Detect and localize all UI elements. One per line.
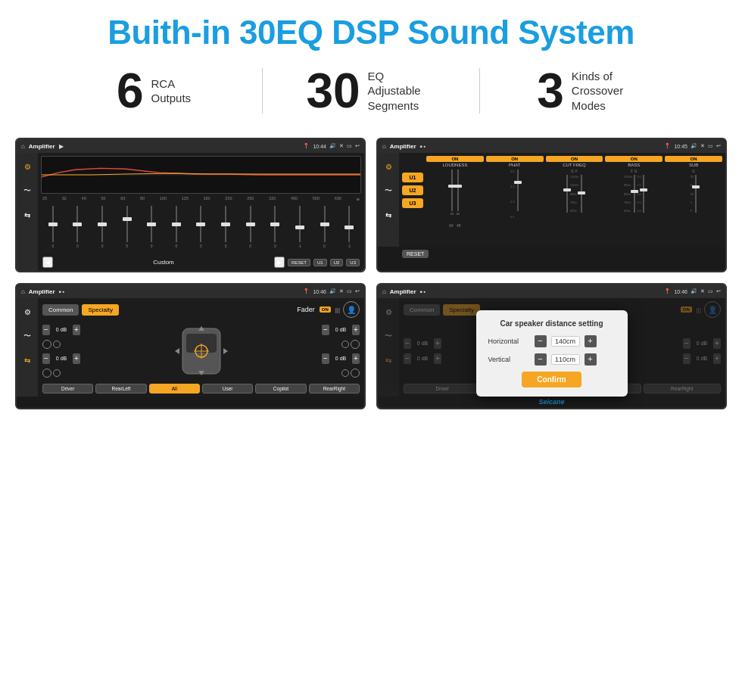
phat-on-btn[interactable]: ON	[486, 156, 544, 162]
speaker-fr	[351, 340, 360, 349]
phat-fader[interactable]	[517, 170, 519, 219]
eq-slider-9[interactable]: 0	[263, 204, 287, 254]
eq-u3-btn[interactable]: U3	[346, 259, 360, 266]
arrow-icon-2[interactable]: ⇆	[381, 207, 396, 222]
wave-icon-2[interactable]: 〜	[381, 183, 396, 198]
home-icon-3[interactable]: ⌂	[21, 288, 25, 295]
rl-minus[interactable]: −	[42, 353, 50, 364]
screen3-main: Common Specialty Fader ON ||| 👤 −	[38, 298, 364, 397]
fader-on-badge: ON	[320, 306, 331, 313]
wave-icon-3[interactable]: 〜	[20, 328, 35, 344]
fl-plus[interactable]: +	[73, 325, 80, 335]
cutfreq-on-btn[interactable]: ON	[546, 156, 603, 162]
location-icon-3: 📍	[303, 288, 310, 294]
fl-minus[interactable]: −	[42, 325, 50, 335]
horizontal-plus[interactable]: +	[585, 335, 597, 347]
loudness-on-btn[interactable]: ON	[426, 156, 484, 162]
home-icon[interactable]: ⌂	[21, 143, 25, 150]
eq-icon-2[interactable]: ⚙	[381, 159, 396, 174]
eq-slider-5[interactable]: 0	[164, 204, 189, 254]
eq-slider-7[interactable]: 0	[214, 204, 238, 254]
tab-specialty-3[interactable]: Specialty	[82, 304, 118, 316]
fr-plus[interactable]: +	[352, 325, 360, 335]
u2-btn[interactable]: U2	[402, 185, 423, 195]
fr-minus[interactable]: −	[322, 325, 329, 335]
sub-on-btn[interactable]: ON	[665, 156, 722, 162]
window-icon-3[interactable]: ▭	[347, 288, 352, 294]
close-icon-3[interactable]: ✕	[339, 288, 344, 294]
u3-btn[interactable]: U3	[402, 198, 423, 208]
eq-icon-3[interactable]: ⚙	[20, 304, 35, 319]
screen4-body: ⚙ 〜 ⇆ Common Specialty ON ||| 👤	[378, 298, 725, 408]
bass-fader-f[interactable]	[634, 175, 635, 224]
eq-slider-11[interactable]: 0	[313, 204, 337, 254]
stat-eq: 30 EQ AdjustableSegments	[263, 67, 479, 115]
screen3-status: 📍 10:46 🔊 ✕ ▭ ↩	[303, 288, 360, 294]
eq-slider-4[interactable]: 0	[139, 204, 164, 254]
phat-faders: 3.02.11.30.5	[510, 170, 519, 222]
close-icon-2[interactable]: ✕	[700, 143, 705, 149]
home-icon-4[interactable]: ⌂	[382, 288, 386, 295]
close-icon[interactable]: ✕	[339, 143, 344, 149]
eq-icon[interactable]: ⚙	[20, 159, 35, 174]
vertical-minus[interactable]: −	[535, 353, 547, 366]
eq-slider-0[interactable]: 0	[41, 204, 65, 254]
back-icon-4[interactable]: ↩	[716, 288, 721, 294]
tab-common-3[interactable]: Common	[42, 304, 79, 316]
mixer-reset-btn[interactable]: RESET	[402, 250, 429, 258]
cutfreq-fader-f[interactable]	[581, 175, 582, 224]
profile-icon-3[interactable]: 👤	[343, 301, 360, 318]
eq-slider-1[interactable]: 0	[66, 204, 90, 254]
eq-u2-btn[interactable]: U2	[330, 259, 344, 266]
back-icon-3[interactable]: ↩	[355, 288, 360, 294]
bass-fader-g[interactable]	[643, 175, 644, 224]
screen4-sidebar: ⚙ 〜 ⇆	[378, 298, 399, 397]
driver-btn[interactable]: Driver	[42, 384, 93, 394]
arrow-icon[interactable]: ⇆	[20, 207, 35, 222]
window-icon[interactable]: ▭	[347, 143, 352, 149]
volume-icon: 🔊	[329, 143, 336, 149]
cutfreq-fader-g[interactable]	[566, 175, 568, 224]
rearleft-btn[interactable]: RearLeft	[95, 384, 146, 394]
eq-reset-btn[interactable]: RESET	[288, 259, 310, 266]
eq-u1-btn[interactable]: U1	[313, 259, 327, 266]
eq-slider-8[interactable]: 0	[238, 204, 263, 254]
vertical-plus[interactable]: +	[585, 353, 597, 366]
loudness-fader-1[interactable]: 64	[450, 170, 454, 219]
home-icon-2[interactable]: ⌂	[382, 143, 386, 150]
eq-slider-2[interactable]: 0	[90, 204, 114, 254]
rl-plus[interactable]: +	[73, 353, 80, 364]
sub-fader[interactable]	[695, 175, 697, 224]
window-icon-2[interactable]: ▭	[708, 143, 713, 149]
screen3-bottom-btns: Driver RearLeft All User Copilot RearRig…	[42, 384, 360, 394]
window-icon-4[interactable]: ▭	[708, 288, 713, 294]
rearright-btn[interactable]: RearRight	[309, 384, 360, 394]
play-icon-small: ▶	[59, 143, 64, 150]
user-btn[interactable]: User	[202, 384, 253, 394]
eq-slider-6[interactable]: 0	[189, 204, 214, 254]
wave-icon[interactable]: 〜	[20, 183, 35, 198]
u1-btn[interactable]: U1	[402, 173, 423, 182]
eq-prev-btn[interactable]: ◄	[42, 257, 53, 268]
eq-next-btn[interactable]: ►	[274, 257, 285, 268]
eq-slider-10[interactable]: -1	[288, 204, 312, 254]
confirm-button[interactable]: Confirm	[522, 372, 581, 387]
horizontal-minus[interactable]: −	[535, 335, 547, 347]
ch-cutfreq: ON CUT FREQ GF	[546, 156, 603, 244]
eq-slider-12[interactable]: -1	[337, 204, 361, 254]
speaker-fl2	[53, 341, 61, 348]
arrow-icon-3[interactable]: ⇆	[20, 353, 35, 368]
eq-slider-3[interactable]: 5	[115, 204, 139, 254]
rr-minus[interactable]: −	[322, 353, 329, 364]
copilot-btn[interactable]: Copilot	[255, 384, 306, 394]
vol-row-fl: − 0 dB +	[42, 325, 80, 335]
sub-faders: 20151050	[691, 175, 697, 220]
bass-on-btn[interactable]: ON	[605, 156, 662, 162]
back-icon[interactable]: ↩	[355, 143, 360, 149]
back-icon-2[interactable]: ↩	[716, 143, 721, 149]
rr-plus[interactable]: +	[352, 353, 360, 364]
close-icon-4[interactable]: ✕	[700, 288, 705, 294]
loudness-fader-2[interactable]: 48	[456, 170, 459, 219]
ch-loudness: ON LOUDNESS 64 48	[426, 156, 484, 244]
all-btn[interactable]: All	[149, 384, 200, 394]
